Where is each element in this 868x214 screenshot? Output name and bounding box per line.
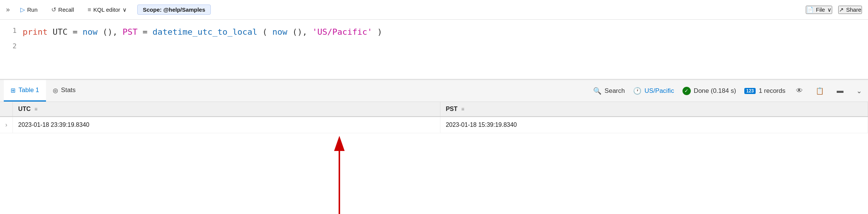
recall-label: Recall [58, 6, 74, 13]
share-button[interactable]: ↗ Share [838, 6, 862, 14]
expand-header [0, 102, 13, 117]
string-us-pacific: 'US/Pacific' [312, 27, 372, 37]
cell-pst: 2023-01-18 15:39:19.8340 [440, 117, 868, 133]
stats-tab-label: Stats [61, 86, 76, 94]
kql-chevron-icon: ∨ [123, 6, 127, 13]
line-number-2: 2 [0, 40, 23, 52]
file-button[interactable]: 📄 File ∨ [806, 6, 832, 14]
records-count: 123 1 records [744, 87, 785, 95]
chevron-down-icon: ⌄ [856, 87, 862, 95]
search-button[interactable]: 🔍 Search [593, 87, 625, 95]
expand-dropdown-button[interactable]: ⌄ [854, 86, 864, 96]
records-icon: 123 [744, 88, 756, 94]
done-check-icon: ✓ [682, 87, 691, 95]
collapse-chevron[interactable]: » [6, 6, 10, 14]
search-label: Search [604, 87, 625, 95]
filter-utc-icon[interactable]: ≡ [34, 106, 37, 112]
records-label: 1 records [759, 87, 785, 95]
kql-icon: ≡ [87, 6, 91, 13]
tab-table[interactable]: ⊞ Table 1 [4, 80, 46, 102]
done-status: ✓ Done (0.184 s) [682, 87, 736, 95]
layout-icon: ▬ [837, 87, 843, 94]
keyword-pst: PST [123, 27, 138, 37]
code-editor[interactable]: 1 print UTC = now (), PST = datetime_utc… [0, 20, 868, 80]
run-label: Run [27, 6, 38, 13]
line-number-1: 1 [0, 25, 23, 37]
filter-pst-icon[interactable]: ≡ [461, 106, 464, 112]
recall-icon: ↺ [51, 6, 56, 13]
copy-icon: 📋 [816, 87, 824, 95]
col-pst-label: PST [446, 106, 457, 112]
share-label: Share [846, 6, 861, 13]
toolbar: » ▷ Run ↺ Recall ≡ KQL editor ∨ Scope: @… [0, 0, 868, 20]
keyword-print: print [23, 27, 48, 37]
file-chevron-icon: ∨ [827, 6, 831, 13]
code-text-3: = [143, 27, 153, 37]
recall-button[interactable]: ↺ Recall [48, 5, 77, 15]
keyword-datetime: datetime_utc_to_local [152, 27, 257, 37]
table-tab-icon: ⊞ [11, 87, 15, 94]
code-line-2: 2 [0, 40, 868, 55]
code-content-1: print UTC = now (), PST = datetime_utc_t… [23, 25, 868, 39]
share-icon: ↗ [839, 6, 844, 13]
table-row: ›2023-01-18 23:39:19.83402023-01-18 15:3… [0, 117, 868, 133]
run-button[interactable]: ▷ Run [17, 5, 41, 15]
results-table-container: UTC ≡ PST ≡ ›2023-01-18 23:39:19.8340202… [0, 102, 868, 133]
row-expand-button[interactable]: › [0, 117, 13, 133]
keyword-now-1: now [83, 27, 98, 37]
run-icon: ▷ [20, 6, 25, 13]
code-text-2: (), [103, 27, 123, 37]
table-tab-label: Table 1 [18, 86, 39, 94]
code-content-2 [23, 40, 868, 54]
copy-button[interactable]: 📋 [813, 86, 826, 96]
col-pst: PST ≡ [440, 102, 868, 117]
stats-tab-icon: ◎ [53, 87, 58, 94]
code-text-5: (), [292, 27, 312, 37]
code-text-4: ( [262, 27, 267, 37]
results-actions: 🔍 Search 🕐 US/Pacific ✓ Done (0.184 s) 1… [593, 86, 864, 96]
tab-stats[interactable]: ◎ Stats [46, 80, 83, 102]
file-icon: 📄 [807, 6, 814, 13]
clock-icon: 🕐 [633, 87, 641, 95]
layout-button[interactable]: ▬ [834, 86, 846, 95]
search-icon: 🔍 [593, 87, 601, 95]
toolbar-right: 📄 File ∨ ↗ Share [806, 6, 862, 14]
visibility-button[interactable]: 👁 [794, 86, 805, 95]
cell-utc: 2023-01-18 23:39:19.8340 [13, 117, 440, 133]
timezone-button[interactable]: 🕐 US/Pacific [633, 87, 674, 95]
table-header-row: UTC ≡ PST ≡ [0, 102, 868, 117]
kql-editor-label: KQL editor [94, 6, 120, 13]
scope-badge[interactable]: Scope: @help/Samples [137, 5, 211, 15]
eye-icon: 👁 [796, 87, 803, 94]
results-bar: ⊞ Table 1 ◎ Stats 🔍 Search 🕐 US/Pacific … [0, 80, 868, 102]
results-table: UTC ≡ PST ≡ ›2023-01-18 23:39:19.8340202… [0, 102, 868, 133]
keyword-now-2: now [272, 27, 287, 37]
col-utc: UTC ≡ [13, 102, 440, 117]
code-text-1: UTC = [52, 27, 82, 37]
done-label: Done (0.184 s) [694, 87, 736, 95]
file-label: File [816, 6, 825, 13]
col-utc-label: UTC [18, 106, 31, 112]
kql-editor-button[interactable]: ≡ KQL editor ∨ [84, 5, 130, 15]
code-text-6: ) [377, 27, 382, 37]
timezone-label: US/Pacific [644, 87, 674, 95]
code-line-1: 1 print UTC = now (), PST = datetime_utc… [0, 24, 868, 40]
